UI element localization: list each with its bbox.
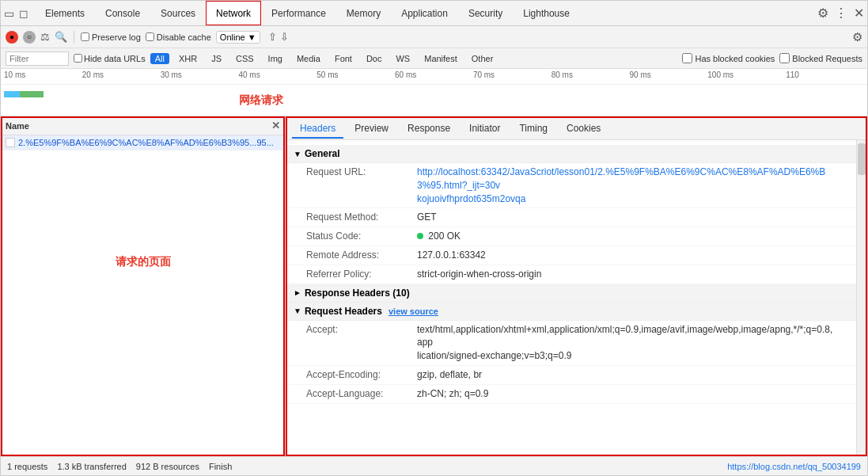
network-toolbar: ● ○ ⚖ 🔍 Preserve log Disable cache Onlin… xyxy=(1,26,867,48)
status-dot-icon xyxy=(417,233,423,239)
tab-memory[interactable]: Memory xyxy=(336,1,391,25)
ruler-80ms: 80 ms xyxy=(552,70,630,79)
tab-lighthouse[interactable]: Lighthouse xyxy=(513,1,580,25)
record-button[interactable]: ● xyxy=(6,31,18,44)
filter-font-button[interactable]: Font xyxy=(330,53,357,64)
accept-language-label: Accept-Language: xyxy=(306,387,417,401)
details-content-area: ▼ General Request URL: http://localhost:… xyxy=(287,140,866,455)
request-headers-section-header[interactable]: ▼ Request Headers view source xyxy=(287,303,856,321)
filter-img-button[interactable]: Img xyxy=(263,53,287,64)
preserve-log-checkbox[interactable]: Preserve log xyxy=(81,32,141,42)
request-item-icon xyxy=(6,138,15,147)
scrollbar-thumb[interactable] xyxy=(858,143,866,175)
throttle-select[interactable]: Online ▼ xyxy=(216,31,260,44)
transferred-size: 1.3 kB transferred xyxy=(57,462,126,471)
tab-performance[interactable]: Performance xyxy=(261,1,336,25)
has-blocked-cookies-checkbox[interactable]: Has blocked cookies xyxy=(682,53,775,63)
tab-headers[interactable]: Headers xyxy=(292,120,343,139)
filter-all-button[interactable]: All xyxy=(150,53,169,64)
request-headers-arrow-icon: ▼ xyxy=(294,307,301,315)
filter-other-button[interactable]: Other xyxy=(467,53,498,64)
filter-doc-button[interactable]: Doc xyxy=(362,53,387,64)
request-method-value: GET xyxy=(417,211,437,224)
tab-bar-right: ⚙ ⋮ ✕ xyxy=(817,6,864,21)
details-scrollbar[interactable] xyxy=(856,140,866,455)
request-item[interactable]: 2.%E5%9F%BA%E6%9C%AC%E8%AF%AD%E6%B3%95..… xyxy=(1,135,285,150)
more-options-icon[interactable]: ⋮ xyxy=(835,6,847,21)
inspect-icon[interactable]: ▭ xyxy=(4,7,14,20)
referrer-policy-row: Referrer Policy: strict-origin-when-cros… xyxy=(287,265,856,284)
details-tabs: Headers Preview Response Initiator Timin… xyxy=(287,118,866,140)
timeline: 10 ms 20 ms 30 ms 40 ms 50 ms 60 ms 70 m… xyxy=(1,69,867,116)
filter-input[interactable] xyxy=(6,51,69,66)
timeline-bar-area: 网络请求 xyxy=(1,85,867,116)
request-url-row: Request URL: http://localhost:63342/Java… xyxy=(287,163,856,208)
clear-button[interactable]: ○ xyxy=(23,31,36,44)
response-headers-section-header[interactable]: ► Response Headers (10) xyxy=(287,284,856,303)
close-panel-button[interactable]: ✕ xyxy=(271,120,280,131)
referrer-policy-label: Referrer Policy: xyxy=(306,268,417,281)
request-bar xyxy=(4,91,44,97)
filter-xhr-button[interactable]: XHR xyxy=(174,53,202,64)
search-icon[interactable]: 🔍 xyxy=(55,31,67,43)
tab-response[interactable]: Response xyxy=(400,120,458,139)
view-source-link[interactable]: view source xyxy=(389,307,438,316)
accept-language-value: zh-CN; zh; q=0.9 xyxy=(417,387,488,401)
tab-elements[interactable]: Elements xyxy=(35,1,95,25)
settings-icon[interactable]: ⚙ xyxy=(817,6,828,21)
tab-preview[interactable]: Preview xyxy=(347,120,396,139)
close-devtools-icon[interactable]: ✕ xyxy=(854,6,864,21)
tab-network[interactable]: Network xyxy=(206,1,261,25)
filter-manifest-button[interactable]: Manifest xyxy=(419,53,462,64)
remote-address-label: Remote Address: xyxy=(306,249,417,262)
upload-buttons: ⇧ ⇩ xyxy=(268,31,289,43)
status-code-row: Status Code: 200 OK xyxy=(287,227,856,246)
tab-security[interactable]: Security xyxy=(458,1,513,25)
filter-bar: Hide data URLs All XHR JS CSS Img Media … xyxy=(1,48,867,69)
general-section-header[interactable]: ▼ General xyxy=(287,145,856,163)
ruler-70ms: 70 ms xyxy=(473,70,552,79)
accept-language-row: Accept-Language: zh-CN; zh; q=0.9 xyxy=(287,385,856,404)
tab-bar: ▭ ◻ Elements Console Sources Network Per… xyxy=(1,1,867,26)
tab-application[interactable]: Application xyxy=(391,1,458,25)
device-toolbar-icon[interactable]: ◻ xyxy=(19,7,28,20)
requests-count: 1 requests xyxy=(7,462,47,471)
blocked-requests-checkbox[interactable]: Blocked Requests xyxy=(779,53,862,63)
request-method-row: Request Method: GET xyxy=(287,208,856,227)
import-icon[interactable]: ⇧ xyxy=(268,31,277,43)
hide-data-urls-checkbox[interactable]: Hide data URLs xyxy=(74,54,146,63)
export-icon[interactable]: ⇩ xyxy=(280,31,289,43)
request-list: 2.%E5%9F%BA%E6%9C%AC%E8%AF%AD%E6%B3%95..… xyxy=(1,135,285,456)
general-arrow-icon: ▼ xyxy=(294,150,301,158)
disable-cache-checkbox[interactable]: Disable cache xyxy=(146,32,211,42)
accept-encoding-value: gzip, deflate, br xyxy=(417,368,482,382)
ruler-100ms: 100 ms xyxy=(707,70,786,79)
left-panel-header: Name ✕ xyxy=(1,116,285,135)
referrer-policy-value: strict-origin-when-cross-origin xyxy=(417,268,541,281)
filter-css-button[interactable]: CSS xyxy=(231,53,259,64)
toolbar-divider xyxy=(74,31,74,44)
filter-js-button[interactable]: JS xyxy=(207,53,226,64)
status-code-value: 200 OK xyxy=(417,230,461,243)
tab-timing[interactable]: Timing xyxy=(511,120,555,139)
network-settings-icon[interactable]: ⚙ xyxy=(852,30,862,44)
tab-sources[interactable]: Sources xyxy=(150,1,206,25)
tab-console[interactable]: Console xyxy=(95,1,150,25)
tab-initiator[interactable]: Initiator xyxy=(461,120,508,139)
accept-encoding-label: Accept-Encoding: xyxy=(306,368,417,382)
accept-label: Accept: xyxy=(306,323,417,363)
network-request-label: 网络请求 xyxy=(239,93,283,108)
finish-status: Finish xyxy=(209,462,232,471)
filter-ws-button[interactable]: WS xyxy=(391,53,415,64)
right-panel: Headers Preview Response Initiator Timin… xyxy=(286,116,867,456)
ruler-60ms: 60 ms xyxy=(395,70,473,79)
status-code-label: Status Code: xyxy=(306,230,417,243)
accept-value: text/html,application/xhtml+xml,applicat… xyxy=(417,323,837,363)
filter-icon[interactable]: ⚖ xyxy=(40,31,50,43)
page-request-label: 请求的页面 xyxy=(116,255,171,269)
tab-cookies[interactable]: Cookies xyxy=(559,120,608,139)
accept-encoding-row: Accept-Encoding: gzip, deflate, br xyxy=(287,366,856,385)
details-content: ▼ General Request URL: http://localhost:… xyxy=(287,140,856,455)
tab-bar-icons: ▭ ◻ xyxy=(4,7,28,20)
filter-media-button[interactable]: Media xyxy=(292,53,325,64)
